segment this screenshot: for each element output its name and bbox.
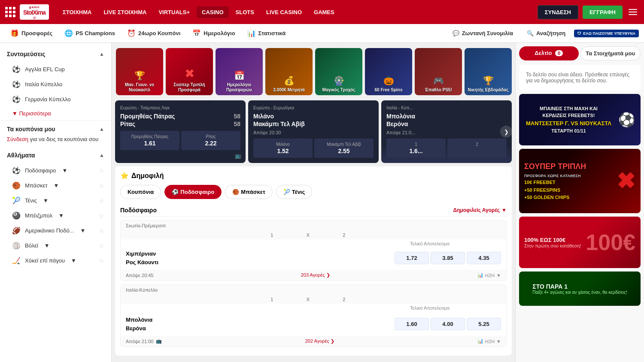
- nav-live-casino[interactable]: LIVE CASINO: [261, 6, 307, 18]
- sidebar-sport-hockey[interactable]: 🏒 Χόκεϊ επί πάγου ▼ ☆: [0, 253, 111, 268]
- basketball-star-icon[interactable]: ☆: [99, 182, 104, 189]
- calendar-icon-promo: 📅: [234, 70, 245, 81]
- odd-cell-0-2[interactable]: 4.35: [467, 252, 501, 264]
- tab-coupons[interactable]: Κουπόνια: [120, 185, 161, 199]
- sidebar-sport-basketball[interactable]: 🏀 Μπάσκετ ▼ ☆: [0, 178, 111, 193]
- nav-stoixima[interactable]: ΣΤΟΙΧΗΜΑ: [58, 6, 97, 18]
- promo-card-manchester[interactable]: 🏆 Μαν. Γιουν. vs Νιούκαστλ: [116, 48, 163, 95]
- calendar-icon: 📅: [192, 29, 201, 37]
- match-row-0: Σκωτία-Πρέμιερσιπ 1 Χ 2 Τελικό Αποτελεσμ…: [120, 220, 507, 281]
- banner-100-bonus[interactable]: 100% ΕΩΣ 100€ Στην πρώτη σου κατάθεση! 1…: [519, 217, 641, 268]
- match-card-0-odds: Προμηθέας Πάτρας 1.61 Ρίτας 2.22: [120, 131, 240, 150]
- nav-live-stoixima[interactable]: LIVE ΣΤΟΙΧΗΜΑ: [98, 6, 152, 18]
- odd-cell-1-1[interactable]: 4.00: [431, 318, 465, 330]
- odd-btn-0-1[interactable]: Ρίτας 2.22: [181, 131, 240, 150]
- sport-section-title: Ποδόσφαιρο Δημοφιλείς Αγορές ▼: [120, 204, 507, 217]
- tv-icon-0: 📺: [235, 153, 241, 159]
- banner-para-1[interactable]: ΣΤΟ ΠΑΡΑ 1 Παίξε 4+ αγώνες και αν χάσεις…: [519, 272, 641, 306]
- match-1-time: Απόψε 21:00: [126, 339, 153, 344]
- banner-2-content: ΣΟΥΠΕΡ ΤΡΙΠΛΗ ΠΡΟΣΦΟΡΑ ΧΩΡΙΣ ΚΑΤΑΘΕΣΗ 10…: [519, 149, 641, 213]
- nav-statistics[interactable]: 📊 Στατιστικά: [242, 27, 291, 40]
- baseball-star-icon[interactable]: ☆: [99, 212, 104, 219]
- register-button[interactable]: ΕΓΓΡΑΦΗ: [583, 6, 623, 19]
- sports-section-header[interactable]: Αθλήματα ▲: [0, 148, 111, 163]
- match-row-1-odds-header: 1 Χ 2: [121, 295, 506, 304]
- nav-24h-coupon[interactable]: ⏰ 24ωρο Κουπόνι: [122, 27, 185, 40]
- soccer-tab-icon: ⚽: [172, 189, 179, 195]
- volleyball-star-icon[interactable]: ☆: [99, 242, 104, 249]
- hockey-star-icon[interactable]: ☆: [99, 257, 104, 264]
- nav-games[interactable]: GAMES: [309, 6, 340, 18]
- sidebar-sport-american-football[interactable]: 🏈 Αμερικάνικο Ποδό... ▼ ☆: [0, 223, 111, 238]
- nav-slots[interactable]: SLOTS: [231, 6, 259, 18]
- promo-card-winner[interactable]: 🏆 Νικητής Εβδομάδας: [465, 48, 512, 95]
- promo-card-wheel[interactable]: 🎡 Μαγικός Τροχός: [315, 48, 362, 95]
- h2h-btn-1[interactable]: 📊 H2H ▼: [477, 338, 501, 344]
- tennis-star-icon[interactable]: ☆: [99, 197, 104, 204]
- match-0-markets[interactable]: 203 Αγορές ❯: [301, 272, 330, 278]
- tab-basketball[interactable]: 🏀 Μπάσκετ: [225, 185, 273, 199]
- sidebar-more-button[interactable]: ▼ Περισσότερα: [0, 107, 111, 120]
- odd-btn-1-0[interactable]: Μιλάνο 1.52: [253, 139, 313, 158]
- amfoot-star-icon[interactable]: ☆: [99, 227, 104, 234]
- coupons-chevron-up: ▲: [99, 126, 104, 132]
- nav-calendar[interactable]: 📅 Ημερολόγιο: [187, 27, 240, 40]
- nav-promotions[interactable]: 🎁 Προσφορές: [5, 27, 58, 40]
- banner-super-triple[interactable]: ΣΟΥΠΕΡ ΤΡΙΠΛΗ ΠΡΟΣΦΟΡΑ ΧΩΡΙΣ ΚΑΤΑΘΕΣΗ 10…: [519, 149, 641, 213]
- popular-markets-label[interactable]: Δημοφιλείς Αγορές ▼: [453, 207, 507, 214]
- promo-card-ps5[interactable]: 🎮 Έπαθλο PS5!: [415, 48, 462, 95]
- sidebar-sport-tennis[interactable]: 🎾 Τένις ▼ ☆: [0, 193, 111, 208]
- banner-1-icon: ⚽: [618, 112, 635, 128]
- promo-card-freespins[interactable]: 🎃 60 Free Spins: [365, 48, 412, 95]
- sidebar-sport-volleyball[interactable]: 🏐 Βόλεϊ ▼ ☆: [0, 238, 111, 253]
- login-button[interactable]: ΣΥΝΔΕΣΗ: [538, 5, 578, 19]
- coupons-header[interactable]: Τα κουπόνια μου ▲: [7, 126, 104, 136]
- odd-cell-1-0[interactable]: 1.60: [395, 318, 429, 330]
- odd-btn-1-1[interactable]: Μακάμπι Τελ Αβίβ 2.55: [314, 139, 374, 158]
- sidebar-sport-baseball[interactable]: 🎱 Μπέιζμπολ ▼ ☆: [0, 208, 111, 223]
- odd-btn-0-0[interactable]: Προμηθέας Πάτρας 1.61: [120, 131, 179, 150]
- shortcuts-section-header[interactable]: Συντομεύσεις ▲: [0, 46, 111, 62]
- sidebar-item-germany-cup[interactable]: ⚽ Γερμανία Κύπελλο: [0, 92, 111, 107]
- sidebar-sport-soccer[interactable]: ⚽ Ποδόσφαιρο ▼ ☆: [0, 163, 111, 178]
- tab-soccer[interactable]: ⚽ Ποδόσφαιρο: [164, 185, 222, 199]
- login-link[interactable]: Σύνδεση: [7, 136, 28, 142]
- match-card-2-time: Απόψε 21:0...: [386, 130, 507, 135]
- promo-card-calendar[interactable]: 📅 Ημερολόγιο Προσφορών: [216, 48, 263, 95]
- american-football-icon: 🏈: [12, 226, 21, 235]
- promo-card-super-triple[interactable]: ✖ Σούπερ Τριπλή Προσφορά: [166, 48, 213, 95]
- match-card-2-arrow[interactable]: ❯: [500, 126, 512, 138]
- nav-virtuals[interactable]: VIRTUALS+: [153, 6, 195, 18]
- betslip-my-bets-tab[interactable]: Τα Στοιχήματά μου: [580, 46, 641, 60]
- site-logo[interactable]: game StoIXima .gr: [20, 4, 49, 20]
- betslip-empty-message: Το δελτίο σου είναι άδειο. Πρόσθεσε επιλ…: [519, 65, 641, 90]
- odd-cell-0-0[interactable]: 1.72: [395, 252, 429, 264]
- hockey-icon: 🏒: [12, 256, 21, 265]
- odd-btn-2-0[interactable]: 1 1.6...: [386, 139, 446, 158]
- tab-tennis[interactable]: 🎾 Τένις: [276, 185, 312, 199]
- sec-nav-right: 💬 Ζωντανή Συνομιλία 🔍 Αναζήτηση 🛡 ΕΑΩ ΠΑ…: [447, 27, 639, 39]
- search-button[interactable]: 🔍 Αναζήτηση: [522, 27, 571, 39]
- nav-ps-champions[interactable]: 🌐 PS Champions: [59, 27, 120, 40]
- odd-cell-0-1[interactable]: 3.85: [431, 252, 465, 264]
- x-icon-promo: ✖: [185, 66, 194, 81]
- sport-volleyball-chevron: ▼: [44, 242, 50, 249]
- hamburger-menu[interactable]: [627, 7, 639, 17]
- promo-card-cash[interactable]: 💰 3.000€ Μετρητά: [265, 48, 313, 95]
- soccer-icon: ⚽: [12, 65, 21, 73]
- betslip-tab-active[interactable]: Δελτίο 0: [519, 46, 579, 60]
- h2h-btn-0[interactable]: 📊 H2H ▼: [477, 272, 501, 278]
- odd-btn-2-1[interactable]: 2: [447, 139, 507, 158]
- match-1-markets[interactable]: 202 Αγορές ❯: [305, 338, 334, 344]
- sidebar-item-italy-cup[interactable]: ⚽ Ιταλία Κύπελλο: [0, 77, 111, 92]
- live-chat-button[interactable]: 💬 Ζωντανή Συνομιλία: [447, 27, 518, 39]
- sidebar-item-efl[interactable]: ⚽ Αγγλία EFL Cup: [0, 62, 111, 77]
- grid-menu-icon[interactable]: [5, 7, 15, 17]
- banner-3-line2: Στην πρώτη σου κατάθεση!: [524, 243, 581, 248]
- soccer-star-icon[interactable]: ☆: [99, 167, 104, 174]
- banner-ps-champions[interactable]: ΜΠΑΙΝΕΙΣ ΣΤΗ ΜΑΧΗ ΚΑΙΚΕΡΔΙΖΕΙΣ FREEBETS!…: [519, 94, 641, 145]
- nav-casino[interactable]: CASINO: [197, 6, 229, 18]
- chat-icon: 💬: [453, 30, 459, 36]
- odd-cell-1-2[interactable]: 5.25: [467, 318, 501, 330]
- eao-badge[interactable]: 🛡 ΕΑΩ ΠΑΙΖΟΥΜΕ ΥΠΕΥΘΥΝΑ: [574, 30, 639, 37]
